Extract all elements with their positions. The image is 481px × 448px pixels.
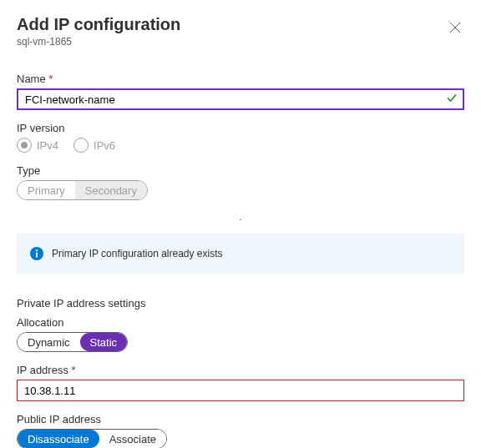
separator-dot: . (17, 212, 464, 222)
pill-primary: Primary (18, 181, 75, 199)
pill-static[interactable]: Static (80, 333, 128, 351)
ipaddress-label-text: IP address (17, 364, 68, 376)
pill-secondary: Secondary (75, 181, 147, 199)
dialog-subtitle: sql-vm-1865 (17, 36, 464, 48)
ipversion-label: IP version (17, 122, 464, 134)
dialog-title: Add IP configuration (17, 15, 464, 34)
name-label-text: Name (17, 73, 46, 85)
required-asterisk: * (48, 73, 53, 85)
info-text: Primary IP configuration already exists (52, 248, 223, 259)
name-label: Name * (17, 73, 464, 85)
radio-ipv6: IPv6 (73, 138, 115, 153)
close-icon (449, 20, 461, 37)
ipaddress-label: IP address * (17, 364, 464, 376)
ipaddress-input[interactable] (17, 380, 464, 401)
radio-icon (73, 138, 89, 153)
check-icon (446, 93, 458, 107)
radio-label: IPv6 (94, 139, 115, 152)
svg-rect-1 (36, 253, 38, 258)
radio-icon (17, 138, 32, 153)
close-button[interactable] (446, 17, 464, 41)
info-icon (30, 247, 43, 260)
info-banner: Primary IP configuration already exists (17, 234, 464, 274)
publicip-label: Public IP address (17, 413, 464, 425)
allocation-label: Allocation (17, 316, 464, 329)
svg-point-2 (36, 249, 38, 251)
pill-disassociate[interactable]: Disassociate (18, 430, 99, 448)
name-input[interactable] (17, 88, 464, 110)
radio-label: IPv4 (37, 139, 58, 152)
pill-associate[interactable]: Associate (99, 430, 166, 448)
private-section-title: Private IP address settings (17, 297, 464, 310)
type-label: Type (17, 164, 464, 177)
required-asterisk: * (72, 364, 76, 376)
radio-ipv4: IPv4 (17, 138, 58, 153)
pill-dynamic[interactable]: Dynamic (18, 333, 80, 351)
